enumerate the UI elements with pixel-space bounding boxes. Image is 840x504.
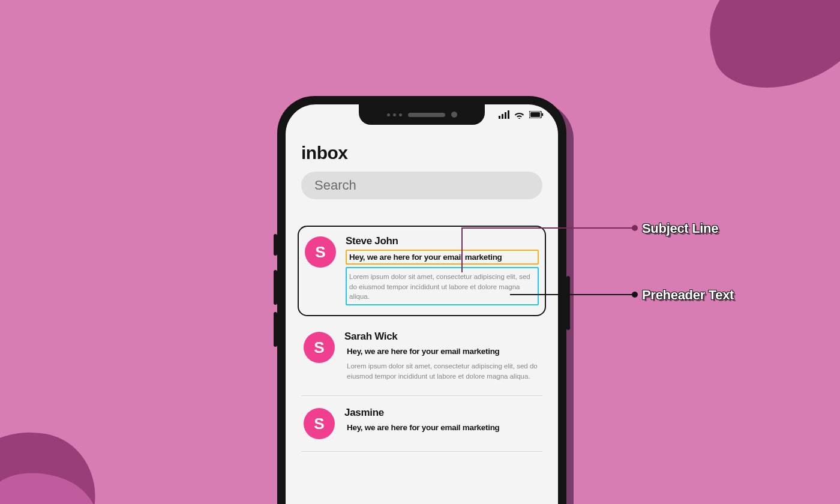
svg-point-4 bbox=[632, 292, 638, 298]
avatar: S bbox=[304, 332, 335, 363]
email-subject: Hey, we are here for your email marketin… bbox=[344, 345, 540, 358]
callout-preheader-label: Preheader Text bbox=[642, 287, 734, 303]
inbox-app: inbox Search S Steve John Hey, we are he… bbox=[286, 104, 558, 452]
callout-subject-label: Subject Line bbox=[642, 221, 718, 236]
avatar: S bbox=[304, 408, 335, 439]
email-sender: Sarah Wick bbox=[344, 331, 540, 343]
phone-side-button bbox=[274, 270, 277, 305]
svg-point-3 bbox=[632, 225, 638, 231]
search-placeholder: Search bbox=[314, 178, 356, 193]
email-item[interactable]: S Steve John Hey, we are here for your e… bbox=[298, 226, 546, 316]
email-subject: Hey, we are here for your email marketin… bbox=[346, 250, 539, 265]
email-subject: Hey, we are here for your email marketin… bbox=[344, 421, 540, 434]
phone-side-button bbox=[274, 234, 277, 256]
email-item[interactable]: S Sarah Wick Hey, we are here for your e… bbox=[301, 320, 542, 396]
email-item[interactable]: S Jasmine Hey, we are here for your emai… bbox=[301, 396, 542, 452]
phone-side-button bbox=[566, 276, 570, 330]
avatar: S bbox=[305, 236, 336, 268]
signal-icon bbox=[499, 110, 509, 119]
email-sender: Jasmine bbox=[344, 407, 540, 419]
phone-screen: inbox Search S Steve John Hey, we are he… bbox=[286, 104, 558, 504]
status-bar bbox=[499, 110, 544, 119]
search-input[interactable]: Search bbox=[301, 172, 542, 199]
page-title: inbox bbox=[301, 143, 542, 163]
email-preheader: Lorem ipsum dolor sit amet, consectetur … bbox=[346, 267, 539, 305]
email-sender: Steve John bbox=[346, 235, 539, 247]
phone-frame: inbox Search S Steve John Hey, we are he… bbox=[277, 96, 566, 504]
svg-rect-1 bbox=[530, 112, 540, 117]
wifi-icon bbox=[514, 111, 524, 119]
svg-rect-2 bbox=[542, 113, 543, 116]
email-preheader: Lorem ipsum dolor sit amet, consectetur … bbox=[344, 358, 540, 383]
decor-blob bbox=[695, 0, 840, 102]
phone-notch bbox=[359, 104, 485, 125]
battery-icon bbox=[529, 111, 544, 118]
phone-side-button bbox=[274, 312, 277, 347]
